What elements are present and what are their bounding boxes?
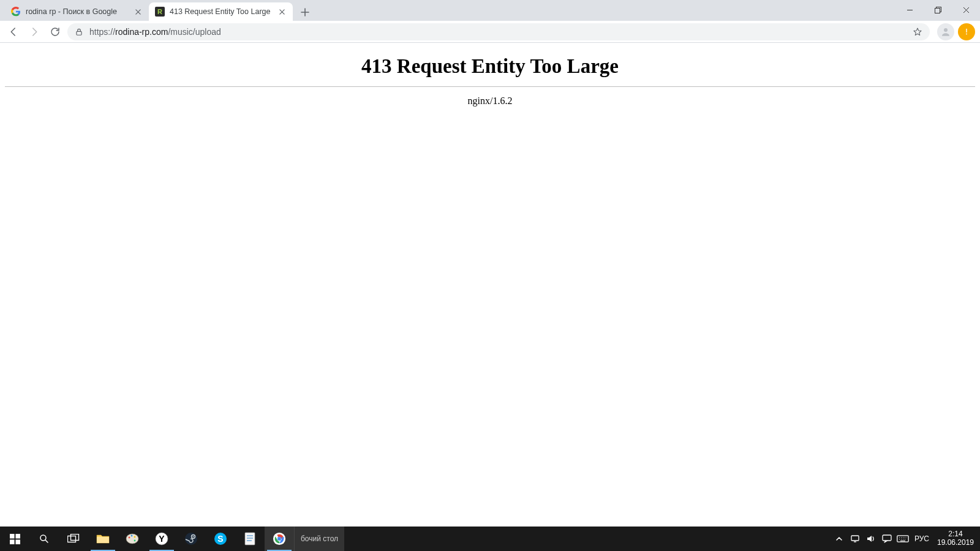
error-heading: 413 Request Entity Too Large <box>5 55 975 78</box>
svg-rect-14 <box>97 537 109 543</box>
svg-rect-8 <box>15 534 20 539</box>
svg-rect-9 <box>10 539 15 544</box>
taskbar-desktop-label[interactable]: бочий стол <box>294 527 344 551</box>
close-window-button[interactable] <box>952 0 980 20</box>
browser-tabstrip: rodina rp - Поиск в Google R 413 Request… <box>0 0 980 21</box>
close-tab-icon[interactable] <box>133 7 143 17</box>
bookmark-star-icon[interactable] <box>913 27 922 37</box>
svg-text:Y: Y <box>159 534 165 544</box>
clock-date: 19.06.2019 <box>933 539 978 547</box>
taskbar-app-chrome[interactable] <box>265 527 294 551</box>
svg-rect-4 <box>77 31 81 35</box>
svg-rect-32 <box>851 536 859 541</box>
browser-toolbar: https://rodina-rp.com/music/upload <box>0 21 980 43</box>
svg-point-19 <box>134 540 136 542</box>
svg-point-17 <box>131 535 133 537</box>
taskbar-app-skype[interactable]: S <box>206 527 235 551</box>
system-tray: РУС 2:14 19.06.2019 <box>832 527 980 551</box>
svg-rect-10 <box>15 539 20 544</box>
action-center-icon[interactable] <box>880 527 894 551</box>
taskbar-app-paint[interactable] <box>118 527 147 551</box>
search-button[interactable] <box>29 527 59 551</box>
url-host: rodina-rp.com <box>115 27 168 37</box>
taskbar-app-file-explorer[interactable] <box>88 527 118 551</box>
svg-point-18 <box>134 536 136 538</box>
page-content: 413 Request Entity Too Large nginx/1.6.2 <box>0 43 980 527</box>
address-bar[interactable]: https://rodina-rp.com/music/upload <box>67 23 930 40</box>
url-scheme: https:// <box>89 27 115 37</box>
back-button[interactable] <box>5 23 22 40</box>
server-signature: nginx/1.6.2 <box>5 96 975 107</box>
task-view-button[interactable] <box>59 527 88 551</box>
forward-button[interactable] <box>26 23 43 40</box>
keyboard-icon[interactable] <box>895 527 910 551</box>
tray-overflow-icon[interactable] <box>832 527 846 551</box>
clock[interactable]: 2:14 19.06.2019 <box>933 530 978 547</box>
svg-rect-7 <box>10 534 15 539</box>
svg-point-6 <box>966 33 967 34</box>
svg-rect-33 <box>883 535 891 541</box>
taskbar-app-steam[interactable] <box>176 527 206 551</box>
start-button[interactable] <box>0 527 29 551</box>
windows-taskbar: Y S бочий стол <box>0 527 980 551</box>
svg-text:S: S <box>217 534 223 544</box>
svg-point-16 <box>129 537 130 539</box>
clock-time: 2:14 <box>933 530 978 539</box>
svg-rect-12 <box>68 536 76 542</box>
svg-rect-13 <box>71 534 79 541</box>
network-icon[interactable] <box>848 527 862 551</box>
input-language-indicator[interactable]: РУС <box>911 534 932 543</box>
svg-point-5 <box>944 28 948 32</box>
minimize-button[interactable] <box>895 0 924 20</box>
site-favicon-icon: R <box>155 7 165 17</box>
lock-icon <box>75 28 83 36</box>
taskbar-app-notepad[interactable] <box>235 527 265 551</box>
reload-button[interactable] <box>47 23 64 40</box>
desktop-label-text: бочий стол <box>301 534 338 543</box>
tab-title: rodina rp - Поиск в Google <box>26 7 128 16</box>
svg-point-31 <box>278 538 281 541</box>
update-indicator-button[interactable] <box>958 23 975 40</box>
close-tab-icon[interactable] <box>277 7 287 17</box>
url-path: /music/upload <box>168 27 221 37</box>
taskbar-left: Y S бочий стол <box>0 527 344 551</box>
google-favicon-icon <box>11 7 21 17</box>
svg-point-24 <box>192 536 194 537</box>
tab-google-search[interactable]: rodina rp - Поиск в Google <box>5 2 149 21</box>
url-text: https://rodina-rp.com/music/upload <box>89 27 907 37</box>
svg-text:R: R <box>157 8 162 15</box>
toolbar-right <box>933 23 975 40</box>
window-controls <box>895 0 980 20</box>
lang-text: РУС <box>914 534 929 543</box>
tab-title: 413 Request Entity Too Large <box>170 7 272 16</box>
svg-point-11 <box>40 535 46 541</box>
taskbar-app-yandex-browser[interactable]: Y <box>147 527 176 551</box>
svg-rect-27 <box>245 533 255 545</box>
maximize-button[interactable] <box>924 0 952 20</box>
new-tab-button[interactable] <box>296 4 314 21</box>
volume-icon[interactable] <box>864 527 878 551</box>
divider <box>5 86 975 87</box>
tab-error-page[interactable]: R 413 Request Entity Too Large <box>149 2 293 21</box>
svg-rect-3 <box>935 8 940 13</box>
profile-avatar-button[interactable] <box>937 23 954 40</box>
